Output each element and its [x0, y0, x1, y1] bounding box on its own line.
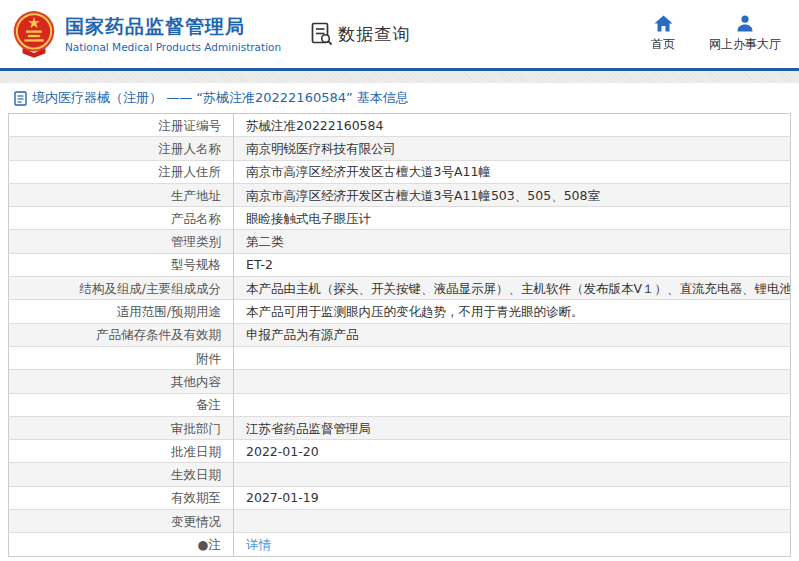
row-value: 本产品可用于监测眼内压的变化趋势，不用于青光眼的诊断。	[234, 300, 791, 323]
row-label: 型号规格	[9, 253, 234, 276]
row-value: 江苏省药品监督管理局	[234, 416, 791, 439]
table-row: 型号规格 ET-2	[9, 253, 791, 276]
breadcrumb-text: 境内医疗器械（注册） —— “苏械注准20222160584” 基本信息	[32, 89, 409, 107]
national-emblem-logo	[12, 7, 56, 61]
table-row: 附件	[9, 346, 791, 369]
breadcrumb: 境内医疗器械（注册） —— “苏械注准20222160584” 基本信息	[0, 83, 799, 113]
row-value: 2027-01-19	[234, 486, 791, 509]
site-subtitle: National Medical Products Administration	[65, 41, 281, 53]
table-row: 产品名称 眼睑接触式电子眼压计	[9, 207, 791, 230]
row-value: 南京市高淳区经济开发区古檀大道3号A11幢	[234, 160, 791, 183]
table-row: 有效期至 2027-01-19	[9, 486, 791, 509]
site-header: 国家药品监督管理局 National Medical Products Admi…	[0, 0, 799, 68]
row-value: ET-2	[234, 253, 791, 276]
row-value	[234, 463, 791, 486]
table-wrap: 注册证编号 苏械注准20222160584 注册人名称 南京明锐医疗科技有限公司…	[0, 113, 799, 557]
row-value	[234, 346, 791, 369]
table-row: 其他内容	[9, 370, 791, 393]
row-label: 注册人名称	[9, 137, 234, 160]
table-row: 生效日期	[9, 463, 791, 486]
row-label: 管理类别	[9, 230, 234, 253]
table-row: 注册人名称 南京明锐医疗科技有限公司	[9, 137, 791, 160]
row-label: 产品储存条件及有效期	[9, 323, 234, 346]
nav-home[interactable]: 首页	[651, 15, 675, 53]
table-row: 适用范围/预期用途 本产品可用于监测眼内压的变化趋势，不用于青光眼的诊断。	[9, 300, 791, 323]
row-label: 产品名称	[9, 207, 234, 230]
title-block: 国家药品监督管理局 National Medical Products Admi…	[65, 15, 281, 53]
row-value	[234, 510, 791, 533]
table-row: 结构及组成/主要组成成分 本产品由主机（探头、开关按键、液晶显示屏）、主机软件（…	[9, 277, 791, 300]
row-label: 批准日期	[9, 440, 234, 463]
row-value: 本产品由主机（探头、开关按键、液晶显示屏）、主机软件（发布版本V１）、直流充电器…	[234, 277, 791, 300]
table-row: 备注	[9, 393, 791, 416]
nav-home-label: 首页	[651, 36, 675, 53]
row-value: 南京市高淳区经济开发区古檀大道3号A11幢503、505、508室	[234, 183, 791, 206]
row-label: 有效期至	[9, 486, 234, 509]
row-label: 其他内容	[9, 370, 234, 393]
data-query-icon	[311, 22, 333, 46]
row-value: 2022-01-20	[234, 440, 791, 463]
header-texture-band	[0, 71, 799, 83]
row-label: 生效日期	[9, 463, 234, 486]
document-icon	[14, 91, 27, 106]
row-value: 第二类	[234, 230, 791, 253]
table-row: 批准日期 2022-01-20	[9, 440, 791, 463]
row-value: 详情	[234, 533, 791, 556]
table-row: 产品储存条件及有效期 申报产品为有源产品	[9, 323, 791, 346]
row-label: 备注	[9, 393, 234, 416]
data-query-section[interactable]: 数据查询	[311, 22, 410, 46]
info-table: 注册证编号 苏械注准20222160584 注册人名称 南京明锐医疗科技有限公司…	[8, 113, 791, 557]
row-label: ●注	[9, 533, 234, 556]
data-query-label: 数据查询	[338, 23, 410, 46]
row-value: 苏械注准20222160584	[234, 114, 791, 137]
row-value: 眼睑接触式电子眼压计	[234, 207, 791, 230]
row-label: 变更情况	[9, 510, 234, 533]
row-label: 生产地址	[9, 183, 234, 206]
table-row: 变更情况	[9, 510, 791, 533]
row-value	[234, 393, 791, 416]
person-icon	[736, 15, 754, 32]
row-value: 南京明锐医疗科技有限公司	[234, 137, 791, 160]
row-label: 适用范围/预期用途	[9, 300, 234, 323]
row-label: 审批部门	[9, 416, 234, 439]
row-label: 注册证编号	[9, 114, 234, 137]
row-label: 注册人住所	[9, 160, 234, 183]
home-icon	[654, 15, 673, 32]
nav-service-hall-label: 网上办事大厅	[709, 36, 781, 53]
info-table-body: 注册证编号 苏械注准20222160584 注册人名称 南京明锐医疗科技有限公司…	[9, 114, 791, 557]
row-label: 附件	[9, 346, 234, 369]
table-row: 注册证编号 苏械注准20222160584	[9, 114, 791, 137]
logo-area: 国家药品监督管理局 National Medical Products Admi…	[12, 7, 281, 61]
header-nav: 首页 网上办事大厅	[651, 15, 781, 53]
table-row: ●注 详情	[9, 533, 791, 556]
row-value	[234, 370, 791, 393]
table-row: 注册人住所 南京市高淳区经济开发区古檀大道3号A11幢	[9, 160, 791, 183]
site-title: 国家药品监督管理局	[65, 15, 281, 39]
table-row: 管理类别 第二类	[9, 230, 791, 253]
table-row: 生产地址 南京市高淳区经济开发区古檀大道3号A11幢503、505、508室	[9, 183, 791, 206]
table-row: 审批部门 江苏省药品监督管理局	[9, 416, 791, 439]
nav-service-hall[interactable]: 网上办事大厅	[709, 15, 781, 53]
row-value: 申报产品为有源产品	[234, 323, 791, 346]
row-label: 结构及组成/主要组成成分	[9, 277, 234, 300]
detail-link[interactable]: 详情	[246, 537, 271, 552]
